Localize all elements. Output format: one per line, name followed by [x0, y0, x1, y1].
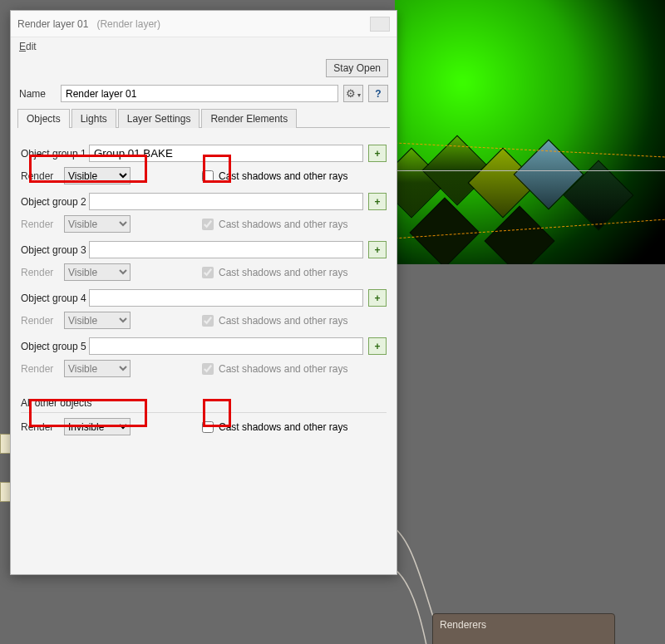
name-label: Name [19, 88, 61, 100]
group-3-render-select: Visible [64, 263, 131, 281]
group-1-cast-label: Cast shadows and other rays [219, 170, 347, 182]
settings-button[interactable] [343, 85, 363, 102]
close-button[interactable] [370, 17, 390, 32]
group-1-cast-checkbox[interactable] [202, 170, 214, 182]
group-4-cast-checkbox [202, 315, 214, 327]
all-other-cast-checkbox[interactable] [202, 421, 214, 433]
group-5-add-button[interactable] [368, 337, 387, 355]
group-1-add-button[interactable] [368, 145, 387, 162]
group-2-cast-label: Cast shadows and other rays [219, 219, 347, 230]
titlebar[interactable]: Render layer 01 (Render layer) [11, 11, 397, 37]
all-other-cast-label: Cast shadows and other rays [219, 421, 347, 433]
group-5-cast-label: Cast shadows and other rays [219, 363, 347, 375]
group-5-input[interactable] [89, 337, 363, 355]
tab-render-elements[interactable]: Render Elements [201, 109, 297, 128]
group-1-render-label: Render [21, 170, 64, 182]
group-2-cast-checkbox [202, 219, 214, 230]
tab-lights[interactable]: Lights [71, 109, 116, 128]
group-2-input[interactable] [89, 193, 363, 210]
group-1-render-select[interactable]: Visible [64, 167, 131, 184]
name-input[interactable] [61, 85, 338, 102]
help-button[interactable]: ? [368, 85, 388, 102]
stay-open-button[interactable]: Stay Open [326, 59, 388, 77]
render-layer-dialog: Render layer 01 (Render layer) Edit Stay… [10, 10, 397, 575]
group-5-label: Object group 5 [21, 341, 89, 352]
group-3-input[interactable] [89, 241, 363, 258]
window-subtitle: (Render layer) [96, 18, 160, 30]
group-2-add-button[interactable] [368, 193, 387, 210]
group-2-render-label: Render [21, 219, 64, 230]
all-other-render-label: Render [21, 421, 64, 433]
menu-edit[interactable]: Edit [16, 41, 40, 52]
group-3-cast-label: Cast shadows and other rays [219, 267, 347, 278]
group-3-add-button[interactable] [368, 241, 387, 258]
group-2-label: Object group 2 [21, 196, 89, 208]
group-4-input[interactable] [89, 289, 363, 307]
plus-icon [374, 341, 380, 352]
group-4-cast-label: Cast shadows and other rays [219, 315, 347, 327]
window-title: Render layer 01 [17, 18, 88, 30]
group-4-label: Object group 4 [21, 293, 89, 304]
gear-icon [346, 87, 356, 100]
group-4-render-select: Visible [64, 312, 131, 329]
group-5-render-label: Render [21, 363, 64, 375]
tab-layer-settings[interactable]: Layer Settings [118, 109, 200, 128]
group-4-add-button[interactable] [368, 289, 387, 307]
tab-objects[interactable]: Objects [17, 109, 70, 128]
renderers-title: Renderers [433, 614, 614, 636]
group-4-render-label: Render [21, 315, 64, 327]
group-3-cast-checkbox [202, 267, 214, 278]
group-2-render-select: Visible [64, 215, 131, 233]
plus-icon [374, 148, 380, 160]
group-5-cast-checkbox [202, 363, 214, 375]
group-3-label: Object group 3 [21, 244, 89, 256]
group-1-label: Object group 1 [21, 148, 89, 160]
plus-icon [374, 196, 380, 208]
renderers-container[interactable]: Renderers Camera Render 01 Render layer … [432, 613, 615, 644]
plus-icon [374, 293, 380, 304]
group-5-render-select: Visible [64, 360, 131, 377]
viewport-3d [395, 0, 665, 264]
group-1-input[interactable] [89, 145, 363, 162]
all-other-render-select[interactable]: Invisible [64, 418, 131, 435]
plus-icon [374, 244, 380, 256]
all-other-objects-header: All other objects [21, 397, 387, 413]
group-3-render-label: Render [21, 267, 64, 278]
